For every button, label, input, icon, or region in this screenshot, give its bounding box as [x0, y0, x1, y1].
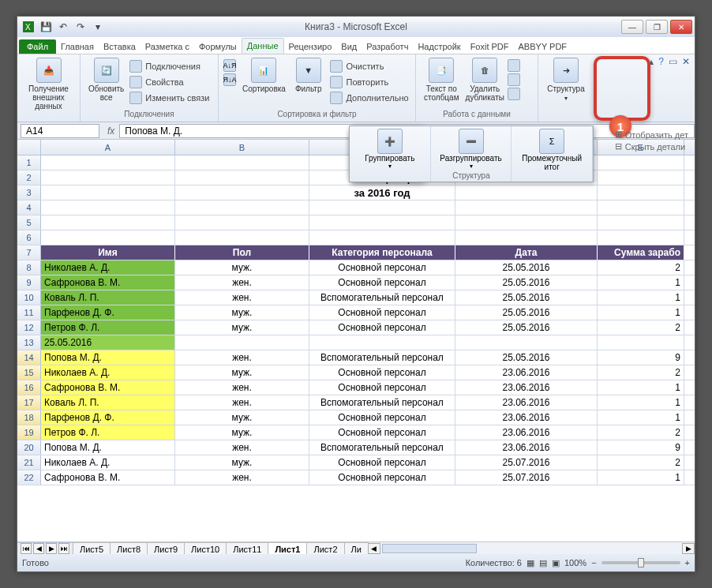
- cell[interactable]: [41, 230, 175, 245]
- cell[interactable]: муж.: [175, 455, 309, 470]
- cell[interactable]: 23.06.2016: [455, 395, 598, 410]
- cell[interactable]: [455, 200, 598, 215]
- cell[interactable]: Основной персонал: [309, 425, 455, 440]
- cell[interactable]: [598, 170, 684, 185]
- connections-button[interactable]: Подключения: [127, 59, 212, 73]
- cell[interactable]: [41, 185, 175, 200]
- text-to-columns-button[interactable]: 📑 Текст по столбцам: [421, 56, 463, 103]
- show-detail-button[interactable]: ⊞Отобразить дет: [615, 129, 688, 140]
- cell[interactable]: Пол: [175, 245, 309, 260]
- cell[interactable]: Коваль Л. П.: [41, 290, 175, 305]
- cell[interactable]: жен.: [175, 380, 309, 395]
- cell[interactable]: 2: [598, 455, 684, 470]
- tab-home[interactable]: Главная: [56, 39, 99, 54]
- cell[interactable]: [175, 170, 309, 185]
- h-scroll-thumb[interactable]: [382, 544, 477, 553]
- consolidate-icon[interactable]: [508, 73, 520, 86]
- cell[interactable]: муж.: [175, 410, 309, 425]
- cell[interactable]: 1: [598, 470, 684, 485]
- row-header[interactable]: 22: [17, 470, 41, 485]
- zoom-level[interactable]: 100%: [564, 558, 586, 567]
- sheet-tab[interactable]: Лист10: [184, 542, 227, 556]
- structure-button[interactable]: ➜ Структура ▾: [543, 56, 589, 103]
- cell[interactable]: Основной персонал: [309, 320, 455, 335]
- cell[interactable]: [309, 200, 455, 215]
- row-header[interactable]: 10: [17, 290, 41, 305]
- cell[interactable]: 2: [598, 365, 684, 380]
- cell[interactable]: муж.: [175, 260, 309, 275]
- advanced-filter-button[interactable]: Дополнительно: [328, 91, 410, 105]
- tab-dev[interactable]: Разработч: [362, 39, 413, 54]
- cell[interactable]: [598, 215, 684, 230]
- sort-az-button[interactable]: А↓Я: [223, 59, 236, 72]
- filter-button[interactable]: ▼ Фильтр: [292, 56, 325, 95]
- cell[interactable]: Имя: [41, 245, 175, 260]
- cell[interactable]: [41, 200, 175, 215]
- cell[interactable]: 25.05.2016: [455, 290, 598, 305]
- cell[interactable]: Основной персонал: [309, 380, 455, 395]
- view-break-icon[interactable]: ▣: [552, 558, 560, 568]
- cell[interactable]: Вспомогательный персонал: [309, 290, 455, 305]
- fx-icon[interactable]: fx: [103, 125, 119, 137]
- cell[interactable]: Петров Ф. Л.: [41, 320, 175, 335]
- cell[interactable]: 25.05.2016: [455, 350, 598, 365]
- cell[interactable]: [455, 185, 598, 200]
- cell[interactable]: Сафронова В. М.: [41, 275, 175, 290]
- tab-addins[interactable]: Надстройк: [413, 39, 465, 54]
- cell[interactable]: [175, 215, 309, 230]
- cell[interactable]: [41, 215, 175, 230]
- sort-button[interactable]: 📊 Сортировка: [239, 56, 289, 95]
- cell[interactable]: 25.07.2016: [455, 470, 598, 485]
- cell[interactable]: Дата: [455, 245, 598, 260]
- sort-za-button[interactable]: Я↓А: [223, 73, 236, 86]
- cell[interactable]: [41, 155, 175, 170]
- cell[interactable]: [598, 230, 684, 245]
- zoom-slider[interactable]: [601, 561, 680, 564]
- cell[interactable]: 1: [598, 305, 684, 320]
- minimize-button[interactable]: —: [621, 20, 643, 34]
- col-header-a[interactable]: A: [41, 140, 175, 155]
- tab-data[interactable]: Данные: [242, 38, 284, 54]
- cell[interactable]: жен.: [175, 440, 309, 455]
- cell[interactable]: Сумма зарабо: [598, 245, 684, 260]
- cell[interactable]: жен.: [175, 275, 309, 290]
- cell[interactable]: за 2016 год: [309, 185, 455, 200]
- cell[interactable]: 1: [598, 290, 684, 305]
- cell[interactable]: 2: [598, 320, 684, 335]
- select-all-corner[interactable]: [17, 140, 41, 155]
- cell[interactable]: Сафронова В. М.: [41, 470, 175, 485]
- next-sheet-button[interactable]: ▶: [46, 543, 57, 554]
- row-header[interactable]: 6: [17, 230, 41, 245]
- cell[interactable]: [175, 185, 309, 200]
- sheet-tab[interactable]: Лист2: [306, 542, 344, 556]
- row-header[interactable]: 9: [17, 275, 41, 290]
- cell[interactable]: [598, 335, 684, 350]
- scroll-left-button[interactable]: ◀: [368, 543, 380, 554]
- sheet-tab[interactable]: Лист5: [73, 542, 111, 556]
- reapply-filter-button[interactable]: Повторить: [328, 75, 410, 89]
- cell[interactable]: Основной персонал: [309, 275, 455, 290]
- view-normal-icon[interactable]: ▦: [527, 558, 534, 568]
- sheet-tab[interactable]: Лист8: [110, 542, 148, 556]
- external-data-button[interactable]: 📥 Получение внешних данных: [22, 56, 75, 112]
- sheet-tab[interactable]: Ли: [344, 542, 369, 556]
- cell[interactable]: Николаев А. Д.: [41, 365, 175, 380]
- cell[interactable]: жен.: [175, 395, 309, 410]
- cell[interactable]: 25.05.2016: [455, 275, 598, 290]
- cell[interactable]: Основной персонал: [309, 305, 455, 320]
- qat-dropdown-icon[interactable]: ▾: [92, 21, 104, 33]
- cell[interactable]: [309, 335, 455, 350]
- minimize-ribbon-icon[interactable]: ▴: [649, 56, 654, 67]
- row-header[interactable]: 19: [17, 425, 41, 440]
- cell[interactable]: 23.06.2016: [455, 425, 598, 440]
- cell[interactable]: муж.: [175, 305, 309, 320]
- cell[interactable]: 1: [598, 395, 684, 410]
- cell[interactable]: Сафронова В. М.: [41, 380, 175, 395]
- close-workbook-icon[interactable]: ✕: [682, 56, 690, 67]
- cell[interactable]: Категория персонала: [309, 245, 455, 260]
- properties-button[interactable]: Свойства: [127, 75, 212, 89]
- refresh-all-button[interactable]: 🔄 Обновить все: [85, 56, 127, 105]
- tab-file[interactable]: Файл: [19, 39, 56, 54]
- sheet-tab[interactable]: Лист11: [226, 542, 268, 556]
- hide-detail-button[interactable]: ⊟Скрыть детали: [615, 140, 688, 152]
